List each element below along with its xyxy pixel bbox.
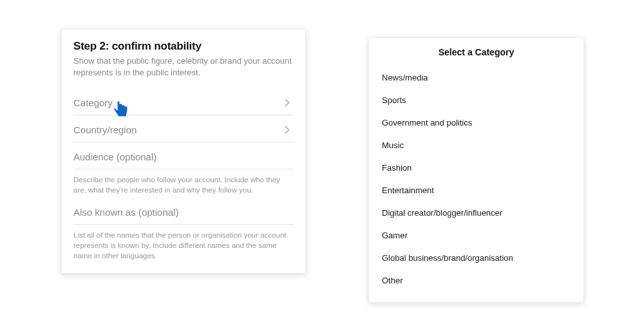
aka-label: Also known as (optional) <box>73 207 178 218</box>
category-label: Category <box>73 97 113 108</box>
category-option-other[interactable]: Other <box>382 269 571 292</box>
category-list-card: Select a Category News/media Sports Gove… <box>368 37 584 303</box>
category-option-government-politics[interactable]: Government and politics <box>382 111 571 134</box>
chevron-right-icon <box>281 99 290 107</box>
aka-hint: List all of the names that the person or… <box>73 225 294 263</box>
country-region-label: Country/region <box>73 124 137 135</box>
notability-form-card: Step 2: confirm notability Show that the… <box>61 29 306 274</box>
category-option-music[interactable]: Music <box>382 134 571 156</box>
step-title: Step 2: confirm notability <box>73 40 294 53</box>
category-row[interactable]: Category <box>73 88 294 115</box>
chevron-right-icon <box>281 126 290 134</box>
step-description: Show that the public figure, celebrity o… <box>73 55 294 78</box>
category-option-news-media[interactable]: News/media <box>382 66 571 89</box>
category-list: News/media Sports Government and politic… <box>382 66 571 292</box>
aka-row[interactable]: Also known as (optional) <box>73 198 294 225</box>
category-option-gamer[interactable]: Gamer <box>382 224 571 247</box>
category-list-title: Select a Category <box>382 47 571 57</box>
category-option-fashion[interactable]: Fashion <box>382 156 571 179</box>
category-option-sports[interactable]: Sports <box>382 89 571 111</box>
category-option-global-business[interactable]: Global business/brand/organisation <box>382 247 571 269</box>
stage: Step 2: confirm notability Show that the… <box>0 0 644 322</box>
country-region-row[interactable]: Country/region <box>73 115 294 142</box>
category-option-entertainment[interactable]: Entertainment <box>382 179 571 202</box>
audience-row[interactable]: Audience (optional) <box>73 142 294 169</box>
audience-label: Audience (optional) <box>73 151 156 162</box>
category-option-digital-creator[interactable]: Digital creator/blogger/influencer <box>382 202 571 224</box>
audience-hint: Describe the people who follow your acco… <box>73 169 294 198</box>
